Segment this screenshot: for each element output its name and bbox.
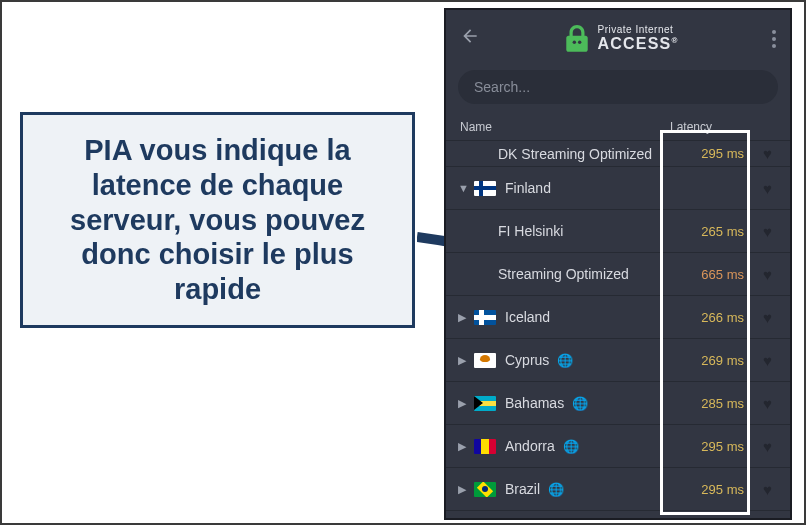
- server-row[interactable]: FI Helsinki 265 ms ♥: [446, 210, 790, 253]
- geo-icon: 🌐: [572, 396, 588, 411]
- chevron-right-icon: ▶: [458, 354, 472, 367]
- chevron-right-icon: ▶: [458, 311, 472, 324]
- favorite-button[interactable]: ♥: [744, 481, 772, 498]
- favorite-button[interactable]: ♥: [744, 352, 772, 369]
- server-row[interactable]: ▼ Finland ♥: [446, 167, 790, 210]
- app-logo: Private Internet ACCESS®: [498, 24, 744, 54]
- favorite-button[interactable]: ♥: [744, 395, 772, 412]
- chevron-right-icon: ▶: [458, 397, 472, 410]
- server-row[interactable]: Streaming Optimized 665 ms ♥: [446, 253, 790, 296]
- back-arrow-icon: [460, 26, 480, 46]
- callout-box: PIA vous indique la latence de chaque se…: [20, 112, 415, 328]
- name-column-header[interactable]: Name: [460, 120, 670, 134]
- favorite-button[interactable]: ♥: [744, 309, 772, 326]
- server-row[interactable]: DK Streaming Optimized 295 ms ♥: [446, 141, 790, 167]
- kebab-dot-icon: [772, 30, 776, 34]
- flag-bahamas-icon: [474, 396, 496, 411]
- geo-icon: 🌐: [548, 482, 564, 497]
- flag-brazil-icon: [474, 482, 496, 497]
- server-row[interactable]: ▶ Brazil 🌐 295 ms ♥: [446, 468, 790, 511]
- flag-cyprus-icon: [474, 353, 496, 368]
- server-latency: 295 ms: [674, 439, 744, 454]
- server-latency: 269 ms: [674, 353, 744, 368]
- lock-icon: [564, 24, 590, 54]
- geo-icon: 🌐: [557, 353, 573, 368]
- server-list[interactable]: DK Streaming Optimized 295 ms ♥ ▼ Finlan…: [446, 141, 790, 518]
- server-name: Streaming Optimized: [498, 266, 629, 282]
- chevron-right-icon: ▶: [458, 440, 472, 453]
- favorite-button[interactable]: ♥: [744, 223, 772, 240]
- chevron-down-icon: ▼: [458, 182, 472, 194]
- svg-point-0: [572, 41, 575, 44]
- menu-button[interactable]: [772, 30, 776, 48]
- pia-app-window: Private Internet ACCESS® Name Latency DK…: [444, 8, 792, 520]
- server-name: Finland: [505, 180, 551, 196]
- server-name: DK Streaming Optimized: [498, 146, 652, 162]
- server-latency: 295 ms: [674, 482, 744, 497]
- back-button[interactable]: [460, 26, 480, 52]
- app-header: Private Internet ACCESS®: [446, 10, 790, 68]
- kebab-dot-icon: [772, 44, 776, 48]
- server-latency: 285 ms: [674, 396, 744, 411]
- flag-iceland-icon: [474, 310, 496, 325]
- server-name: FI Helsinki: [498, 223, 563, 239]
- favorite-button[interactable]: ♥: [744, 438, 772, 455]
- server-latency: 266 ms: [674, 310, 744, 325]
- server-row[interactable]: ▶ Bahamas 🌐 285 ms ♥: [446, 382, 790, 425]
- server-latency: 665 ms: [674, 267, 744, 282]
- server-name: Brazil: [505, 481, 540, 497]
- kebab-dot-icon: [772, 37, 776, 41]
- server-row[interactable]: ▶ Iceland 266 ms ♥: [446, 296, 790, 339]
- callout-text: PIA vous indique la latence de chaque se…: [70, 134, 365, 305]
- server-name: Bahamas: [505, 395, 564, 411]
- search-container: [446, 68, 790, 114]
- brand-line2: ACCESS®: [598, 36, 679, 53]
- column-headers: Name Latency: [446, 114, 790, 141]
- favorite-button[interactable]: ♥: [744, 145, 772, 162]
- server-name: Andorra: [505, 438, 555, 454]
- favorite-button[interactable]: ♥: [744, 266, 772, 283]
- geo-icon: 🌐: [563, 439, 579, 454]
- flag-andorra-icon: [474, 439, 496, 454]
- chevron-right-icon: ▶: [458, 483, 472, 496]
- server-row[interactable]: ▶ Andorra 🌐 295 ms ♥: [446, 425, 790, 468]
- search-input[interactable]: [458, 70, 778, 104]
- server-latency: 265 ms: [674, 224, 744, 239]
- favorite-button[interactable]: ♥: [744, 180, 772, 197]
- server-name: Iceland: [505, 309, 550, 325]
- server-latency: 295 ms: [674, 146, 744, 161]
- server-name: Cyprus: [505, 352, 549, 368]
- server-row[interactable]: ▶ Cyprus 🌐 269 ms ♥: [446, 339, 790, 382]
- svg-point-1: [577, 41, 580, 44]
- latency-column-header[interactable]: Latency: [670, 120, 774, 134]
- flag-finland-icon: [474, 181, 496, 196]
